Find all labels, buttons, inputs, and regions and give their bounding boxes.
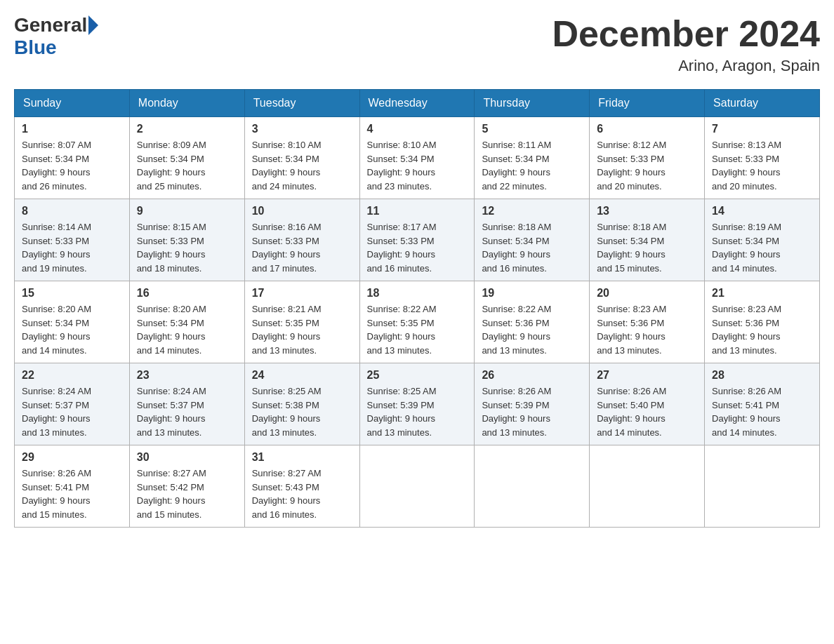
calendar-cell: 6Sunrise: 8:12 AMSunset: 5:33 PMDaylight… — [590, 117, 705, 199]
day-number: 12 — [482, 205, 582, 217]
day-number: 6 — [597, 123, 697, 135]
day-number: 19 — [482, 287, 582, 300]
day-number: 16 — [137, 287, 237, 300]
day-info: Sunrise: 8:26 AMSunset: 5:41 PMDaylight:… — [22, 467, 122, 521]
logo-arrow-icon — [88, 15, 98, 35]
day-info: Sunrise: 8:22 AMSunset: 5:35 PMDaylight:… — [367, 302, 468, 357]
calendar-header-thursday: Thursday — [475, 90, 590, 117]
calendar-week-row: 22Sunrise: 8:24 AMSunset: 5:37 PMDayligh… — [15, 363, 820, 445]
calendar-cell: 14Sunrise: 8:19 AMSunset: 5:34 PMDayligh… — [705, 199, 820, 281]
day-info: Sunrise: 8:27 AMSunset: 5:42 PMDaylight:… — [137, 467, 237, 521]
calendar-cell: 12Sunrise: 8:18 AMSunset: 5:34 PMDayligh… — [475, 199, 590, 281]
day-number: 23 — [137, 369, 237, 382]
day-info: Sunrise: 8:13 AMSunset: 5:33 PMDaylight:… — [712, 138, 812, 193]
calendar-cell: 25Sunrise: 8:25 AMSunset: 5:39 PMDayligh… — [359, 363, 475, 445]
day-number: 4 — [367, 123, 468, 135]
location-subtitle: Arino, Aragon, Spain — [552, 57, 820, 75]
calendar-week-row: 15Sunrise: 8:20 AMSunset: 5:34 PMDayligh… — [15, 281, 820, 363]
calendar-cell: 13Sunrise: 8:18 AMSunset: 5:34 PMDayligh… — [590, 199, 705, 281]
calendar-cell — [590, 445, 705, 528]
day-number: 28 — [712, 369, 812, 382]
day-number: 26 — [482, 369, 582, 382]
calendar-header-friday: Friday — [590, 90, 705, 117]
calendar-header-tuesday: Tuesday — [244, 90, 359, 117]
calendar-cell: 3Sunrise: 8:10 AMSunset: 5:34 PMDaylight… — [244, 117, 359, 199]
day-number: 8 — [22, 205, 122, 217]
day-info: Sunrise: 8:22 AMSunset: 5:36 PMDaylight:… — [482, 302, 582, 357]
day-number: 3 — [252, 123, 352, 135]
calendar-week-row: 8Sunrise: 8:14 AMSunset: 5:33 PMDaylight… — [15, 199, 820, 281]
day-info: Sunrise: 8:26 AMSunset: 5:40 PMDaylight:… — [597, 384, 697, 439]
day-info: Sunrise: 8:16 AMSunset: 5:33 PMDaylight:… — [252, 220, 352, 275]
day-number: 15 — [22, 287, 122, 300]
calendar-cell: 4Sunrise: 8:10 AMSunset: 5:34 PMDaylight… — [359, 117, 475, 199]
day-info: Sunrise: 8:27 AMSunset: 5:43 PMDaylight:… — [252, 467, 352, 521]
day-info: Sunrise: 8:12 AMSunset: 5:33 PMDaylight:… — [597, 138, 697, 193]
calendar-cell: 21Sunrise: 8:23 AMSunset: 5:36 PMDayligh… — [705, 281, 820, 363]
calendar-cell: 7Sunrise: 8:13 AMSunset: 5:33 PMDaylight… — [705, 117, 820, 199]
calendar-cell: 2Sunrise: 8:09 AMSunset: 5:34 PMDaylight… — [129, 117, 244, 199]
logo-blue-text: Blue — [14, 36, 57, 58]
calendar-header-sunday: Sunday — [15, 90, 130, 117]
calendar-cell — [475, 445, 590, 528]
day-number: 29 — [22, 451, 122, 464]
calendar-cell: 1Sunrise: 8:07 AMSunset: 5:34 PMDaylight… — [15, 117, 130, 199]
day-info: Sunrise: 8:26 AMSunset: 5:39 PMDaylight:… — [482, 384, 582, 439]
day-number: 22 — [22, 369, 122, 382]
calendar-cell: 18Sunrise: 8:22 AMSunset: 5:35 PMDayligh… — [359, 281, 475, 363]
day-number: 30 — [137, 451, 237, 464]
day-info: Sunrise: 8:24 AMSunset: 5:37 PMDaylight:… — [137, 384, 237, 439]
calendar-cell: 5Sunrise: 8:11 AMSunset: 5:34 PMDaylight… — [475, 117, 590, 199]
day-number: 31 — [252, 451, 352, 464]
calendar-header-saturday: Saturday — [705, 90, 820, 117]
calendar-cell: 8Sunrise: 8:14 AMSunset: 5:33 PMDaylight… — [15, 199, 130, 281]
day-number: 9 — [137, 205, 237, 217]
day-info: Sunrise: 8:14 AMSunset: 5:33 PMDaylight:… — [22, 220, 122, 275]
calendar-cell: 9Sunrise: 8:15 AMSunset: 5:33 PMDaylight… — [129, 199, 244, 281]
day-info: Sunrise: 8:10 AMSunset: 5:34 PMDaylight:… — [367, 138, 468, 193]
day-number: 1 — [22, 123, 122, 135]
day-info: Sunrise: 8:25 AMSunset: 5:39 PMDaylight:… — [367, 384, 468, 439]
calendar-cell: 30Sunrise: 8:27 AMSunset: 5:42 PMDayligh… — [129, 445, 244, 528]
calendar-cell: 16Sunrise: 8:20 AMSunset: 5:34 PMDayligh… — [129, 281, 244, 363]
day-info: Sunrise: 8:26 AMSunset: 5:41 PMDaylight:… — [712, 384, 812, 439]
calendar-cell: 22Sunrise: 8:24 AMSunset: 5:37 PMDayligh… — [15, 363, 130, 445]
day-info: Sunrise: 8:18 AMSunset: 5:34 PMDaylight:… — [597, 220, 697, 275]
calendar-header-monday: Monday — [129, 90, 244, 117]
calendar-body: 1Sunrise: 8:07 AMSunset: 5:34 PMDaylight… — [15, 117, 820, 528]
day-number: 21 — [712, 287, 812, 300]
day-info: Sunrise: 8:10 AMSunset: 5:34 PMDaylight:… — [252, 138, 352, 193]
month-title: December 2024 — [552, 14, 820, 54]
day-number: 27 — [597, 369, 697, 382]
calendar-cell: 10Sunrise: 8:16 AMSunset: 5:33 PMDayligh… — [244, 199, 359, 281]
day-number: 25 — [367, 369, 468, 382]
day-info: Sunrise: 8:20 AMSunset: 5:34 PMDaylight:… — [137, 302, 237, 357]
day-info: Sunrise: 8:15 AMSunset: 5:33 PMDaylight:… — [137, 220, 237, 275]
calendar-cell: 15Sunrise: 8:20 AMSunset: 5:34 PMDayligh… — [15, 281, 130, 363]
calendar-header-row: SundayMondayTuesdayWednesdayThursdayFrid… — [15, 90, 820, 117]
title-section: December 2024 Arino, Aragon, Spain — [552, 14, 820, 75]
day-info: Sunrise: 8:17 AMSunset: 5:33 PMDaylight:… — [367, 220, 468, 275]
calendar-cell: 20Sunrise: 8:23 AMSunset: 5:36 PMDayligh… — [590, 281, 705, 363]
day-number: 2 — [137, 123, 237, 135]
day-info: Sunrise: 8:24 AMSunset: 5:37 PMDaylight:… — [22, 384, 122, 439]
day-number: 20 — [597, 287, 697, 300]
calendar-cell: 17Sunrise: 8:21 AMSunset: 5:35 PMDayligh… — [244, 281, 359, 363]
day-number: 10 — [252, 205, 352, 217]
calendar-cell: 26Sunrise: 8:26 AMSunset: 5:39 PMDayligh… — [475, 363, 590, 445]
calendar-week-row: 29Sunrise: 8:26 AMSunset: 5:41 PMDayligh… — [15, 445, 820, 528]
day-number: 18 — [367, 287, 468, 300]
calendar-cell: 11Sunrise: 8:17 AMSunset: 5:33 PMDayligh… — [359, 199, 475, 281]
calendar-cell: 23Sunrise: 8:24 AMSunset: 5:37 PMDayligh… — [129, 363, 244, 445]
day-info: Sunrise: 8:07 AMSunset: 5:34 PMDaylight:… — [22, 138, 122, 193]
logo-general-text: General — [14, 14, 87, 36]
day-number: 11 — [367, 205, 468, 217]
calendar-week-row: 1Sunrise: 8:07 AMSunset: 5:34 PMDaylight… — [15, 117, 820, 199]
calendar-cell: 31Sunrise: 8:27 AMSunset: 5:43 PMDayligh… — [244, 445, 359, 528]
calendar-cell — [359, 445, 475, 528]
day-info: Sunrise: 8:09 AMSunset: 5:34 PMDaylight:… — [137, 138, 237, 193]
day-info: Sunrise: 8:25 AMSunset: 5:38 PMDaylight:… — [252, 384, 352, 439]
day-info: Sunrise: 8:18 AMSunset: 5:34 PMDaylight:… — [482, 220, 582, 275]
calendar-cell — [705, 445, 820, 528]
day-number: 7 — [712, 123, 812, 135]
